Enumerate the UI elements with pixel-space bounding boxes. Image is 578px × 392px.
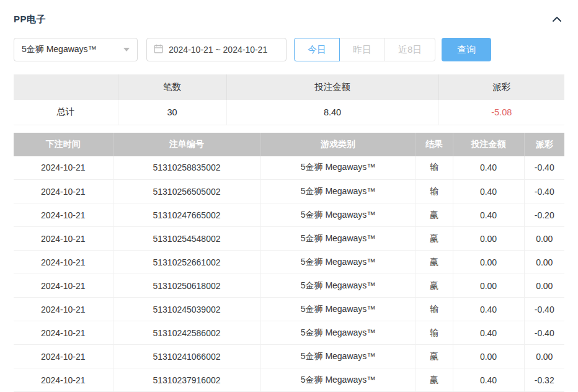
- cell-time: 2024-10-21: [14, 203, 113, 227]
- table-row: 2024-10-21513102545480025金狮 Megaways™赢0.…: [14, 227, 564, 251]
- summary-total-row: 总计 30 8.40 -5.08: [14, 100, 564, 125]
- cell-id: 51310247665002: [113, 203, 260, 227]
- quick-filter-yesterday[interactable]: 昨日: [339, 38, 385, 61]
- cell-bet: 0.40: [453, 298, 524, 321]
- bets-table-body: 2024-10-21513102588350025金狮 Megaways™输0.…: [14, 156, 564, 392]
- table-row: 2024-10-21513102565050025金狮 Megaways™输0.…: [14, 180, 564, 203]
- cell-bet: 0.40: [453, 180, 524, 203]
- cell-result: 赢: [416, 227, 453, 251]
- cell-time: 2024-10-21: [14, 345, 113, 368]
- table-row: 2024-10-21513102410660025金狮 Megaways™赢0.…: [14, 345, 564, 368]
- bets-header-cell: 游戏类别: [260, 133, 416, 156]
- table-row: 2024-10-21513102379160025金狮 Megaways™赢0.…: [14, 368, 564, 392]
- cell-game: 5金狮 Megaways™: [260, 203, 416, 227]
- summary-header-cell: 笔数: [118, 74, 226, 100]
- table-row: 2024-10-21513102425860025金狮 Megaways™输0.…: [14, 321, 564, 345]
- cell-result: 赢: [416, 203, 453, 227]
- panel-header: PP电子: [14, 11, 564, 27]
- table-row: 2024-10-21513102476650025金狮 Megaways™赢0.…: [14, 203, 564, 227]
- cell-game: 5金狮 Megaways™: [260, 251, 416, 274]
- cell-bet: 0.00: [453, 227, 524, 251]
- cell-time: 2024-10-21: [14, 180, 113, 203]
- bets-header-cell: 注单编号: [113, 133, 260, 156]
- cell-game: 5金狮 Megaways™: [260, 156, 416, 180]
- cell-game: 5金狮 Megaways™: [260, 321, 416, 345]
- cell-bet: 0.40: [453, 368, 524, 392]
- cell-payout: 0.00: [524, 274, 564, 298]
- cell-result: 输: [416, 321, 453, 345]
- date-range-value: 2024-10-21 ~ 2024-10-21: [169, 45, 267, 55]
- cell-result: 赢: [416, 274, 453, 298]
- cell-result: 赢: [416, 345, 453, 368]
- cell-payout: -0.32: [524, 368, 564, 392]
- cell-game: 5金狮 Megaways™: [260, 368, 416, 392]
- cell-game: 5金狮 Megaways™: [260, 227, 416, 251]
- caret-down-icon: [123, 48, 130, 51]
- cell-payout: -0.40: [524, 156, 564, 180]
- cell-game: 5金狮 Megaways™: [260, 298, 416, 321]
- cell-bet: 0.00: [453, 345, 524, 368]
- calendar-icon: [154, 44, 163, 55]
- cell-id: 51310256505002: [113, 180, 260, 203]
- cell-id: 51310241066002: [113, 345, 260, 368]
- cell-payout: -0.40: [524, 298, 564, 321]
- cell-time: 2024-10-21: [14, 251, 113, 274]
- cell-bet: 0.40: [453, 203, 524, 227]
- cell-result: 输: [416, 298, 453, 321]
- summary-header-cell: 派彩: [438, 74, 564, 100]
- page-title: PP电子: [14, 14, 46, 25]
- table-row: 2024-10-21513102506180025金狮 Megaways™赢0.…: [14, 274, 564, 298]
- cell-payout: -0.40: [524, 180, 564, 203]
- cell-bet: 0.00: [453, 251, 524, 274]
- cell-time: 2024-10-21: [14, 274, 113, 298]
- cell-payout: 0.00: [524, 251, 564, 274]
- cell-result: 输: [416, 156, 453, 180]
- summary-header-cell: [14, 74, 118, 100]
- cell-time: 2024-10-21: [14, 227, 113, 251]
- quick-filter-today[interactable]: 今日: [294, 38, 340, 61]
- table-row: 2024-10-21513102450390025金狮 Megaways™输0.…: [14, 298, 564, 321]
- summary-header-cell: 投注金额: [226, 74, 438, 100]
- summary-bet-amount: 8.40: [226, 100, 438, 125]
- cell-payout: -0.20: [524, 203, 564, 227]
- chevron-up-icon: [552, 15, 562, 24]
- cell-time: 2024-10-21: [14, 298, 113, 321]
- cell-result: 输: [416, 180, 453, 203]
- search-button[interactable]: 查询: [442, 38, 491, 61]
- cell-bet: 0.40: [453, 321, 524, 345]
- cell-id: 51310254548002: [113, 227, 260, 251]
- pp-electronic-panel: PP电子 5金狮 Megaways™ 2024-10: [0, 0, 578, 392]
- collapse-panel-button[interactable]: [549, 14, 564, 25]
- cell-time: 2024-10-21: [14, 156, 113, 180]
- cell-id: 51310250618002: [113, 274, 260, 298]
- cell-id: 51310242586002: [113, 321, 260, 345]
- cell-result: 赢: [416, 368, 453, 392]
- cell-id: 51310252661002: [113, 251, 260, 274]
- bets-header-cell: 投注金额: [453, 133, 524, 156]
- game-select-value: 5金狮 Megaways™: [22, 44, 97, 55]
- cell-payout: 0.00: [524, 345, 564, 368]
- filter-bar: 5金狮 Megaways™ 2024-10-21 ~ 2024-10-21 今日…: [14, 38, 564, 61]
- date-range-picker[interactable]: 2024-10-21 ~ 2024-10-21: [146, 38, 287, 61]
- cell-id: 51310258835002: [113, 156, 260, 180]
- bets-header-row: 下注时间注单编号游戏类别结果投注金额派彩: [14, 133, 564, 156]
- bets-header-cell: 结果: [416, 133, 453, 156]
- cell-result: 赢: [416, 251, 453, 274]
- summary-total-label: 总计: [14, 100, 118, 125]
- cell-time: 2024-10-21: [14, 321, 113, 345]
- cell-payout: -0.40: [524, 321, 564, 345]
- bets-table: 下注时间注单编号游戏类别结果投注金额派彩 2024-10-21513102588…: [14, 133, 564, 392]
- quick-filter-group: 今日昨日近8日: [294, 38, 435, 61]
- table-row: 2024-10-21513102588350025金狮 Megaways™输0.…: [14, 156, 564, 180]
- cell-id: 51310237916002: [113, 368, 260, 392]
- cell-bet: 0.40: [453, 156, 524, 180]
- cell-time: 2024-10-21: [14, 368, 113, 392]
- summary-table: 笔数投注金额派彩 总计 30 8.40 -5.08: [14, 74, 564, 125]
- game-select[interactable]: 5金狮 Megaways™: [14, 38, 138, 61]
- summary-header-row: 笔数投注金额派彩: [14, 74, 564, 100]
- cell-bet: 0.00: [453, 274, 524, 298]
- cell-game: 5金狮 Megaways™: [260, 274, 416, 298]
- quick-filter-last-8-days[interactable]: 近8日: [385, 38, 435, 61]
- cell-id: 51310245039002: [113, 298, 260, 321]
- bets-header-cell: 派彩: [524, 133, 564, 156]
